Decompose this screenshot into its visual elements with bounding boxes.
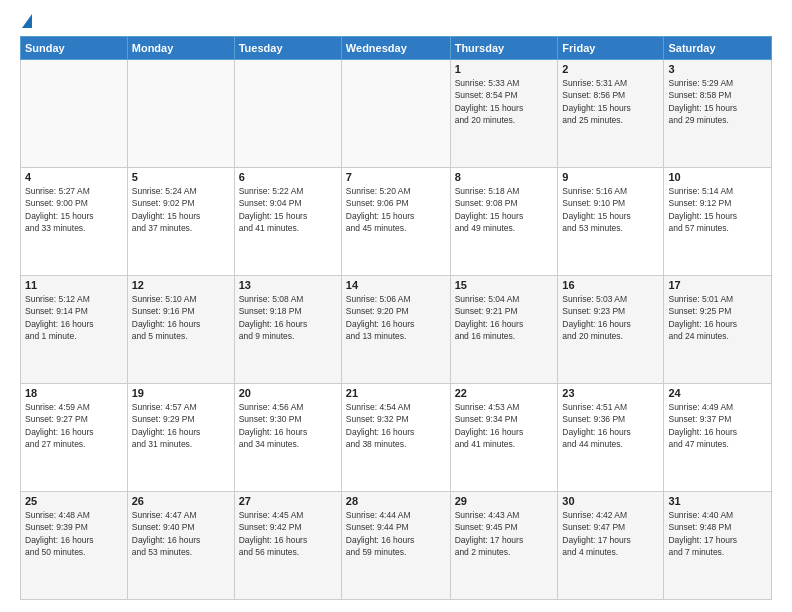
weekday-header-tuesday: Tuesday (234, 37, 341, 60)
calendar-cell: 23Sunrise: 4:51 AM Sunset: 9:36 PM Dayli… (558, 384, 664, 492)
calendar-cell: 20Sunrise: 4:56 AM Sunset: 9:30 PM Dayli… (234, 384, 341, 492)
calendar-cell: 25Sunrise: 4:48 AM Sunset: 9:39 PM Dayli… (21, 492, 128, 600)
day-number: 26 (132, 495, 230, 507)
week-row-3: 11Sunrise: 5:12 AM Sunset: 9:14 PM Dayli… (21, 276, 772, 384)
day-number: 21 (346, 387, 446, 399)
week-row-1: 1Sunrise: 5:33 AM Sunset: 8:54 PM Daylig… (21, 60, 772, 168)
calendar-cell: 11Sunrise: 5:12 AM Sunset: 9:14 PM Dayli… (21, 276, 128, 384)
day-info: Sunrise: 5:14 AM Sunset: 9:12 PM Dayligh… (668, 185, 767, 234)
day-number: 19 (132, 387, 230, 399)
day-number: 29 (455, 495, 554, 507)
header (20, 18, 772, 28)
calendar-cell: 13Sunrise: 5:08 AM Sunset: 9:18 PM Dayli… (234, 276, 341, 384)
day-info: Sunrise: 4:48 AM Sunset: 9:39 PM Dayligh… (25, 509, 123, 558)
calendar-cell (341, 60, 450, 168)
day-number: 24 (668, 387, 767, 399)
day-number: 17 (668, 279, 767, 291)
day-info: Sunrise: 5:18 AM Sunset: 9:08 PM Dayligh… (455, 185, 554, 234)
calendar-cell: 8Sunrise: 5:18 AM Sunset: 9:08 PM Daylig… (450, 168, 558, 276)
day-number: 1 (455, 63, 554, 75)
calendar-cell: 16Sunrise: 5:03 AM Sunset: 9:23 PM Dayli… (558, 276, 664, 384)
day-number: 4 (25, 171, 123, 183)
week-row-4: 18Sunrise: 4:59 AM Sunset: 9:27 PM Dayli… (21, 384, 772, 492)
day-number: 9 (562, 171, 659, 183)
weekday-header-thursday: Thursday (450, 37, 558, 60)
day-info: Sunrise: 5:24 AM Sunset: 9:02 PM Dayligh… (132, 185, 230, 234)
day-number: 8 (455, 171, 554, 183)
day-number: 5 (132, 171, 230, 183)
day-info: Sunrise: 5:29 AM Sunset: 8:58 PM Dayligh… (668, 77, 767, 126)
calendar-cell: 4Sunrise: 5:27 AM Sunset: 9:00 PM Daylig… (21, 168, 128, 276)
calendar-cell: 26Sunrise: 4:47 AM Sunset: 9:40 PM Dayli… (127, 492, 234, 600)
day-info: Sunrise: 5:06 AM Sunset: 9:20 PM Dayligh… (346, 293, 446, 342)
day-info: Sunrise: 5:27 AM Sunset: 9:00 PM Dayligh… (25, 185, 123, 234)
day-number: 16 (562, 279, 659, 291)
day-number: 31 (668, 495, 767, 507)
calendar-cell: 10Sunrise: 5:14 AM Sunset: 9:12 PM Dayli… (664, 168, 772, 276)
day-info: Sunrise: 5:01 AM Sunset: 9:25 PM Dayligh… (668, 293, 767, 342)
day-number: 30 (562, 495, 659, 507)
weekday-header-wednesday: Wednesday (341, 37, 450, 60)
day-info: Sunrise: 5:20 AM Sunset: 9:06 PM Dayligh… (346, 185, 446, 234)
day-info: Sunrise: 4:42 AM Sunset: 9:47 PM Dayligh… (562, 509, 659, 558)
day-info: Sunrise: 4:56 AM Sunset: 9:30 PM Dayligh… (239, 401, 337, 450)
day-number: 2 (562, 63, 659, 75)
calendar-cell: 7Sunrise: 5:20 AM Sunset: 9:06 PM Daylig… (341, 168, 450, 276)
day-number: 10 (668, 171, 767, 183)
calendar-cell: 15Sunrise: 5:04 AM Sunset: 9:21 PM Dayli… (450, 276, 558, 384)
calendar-cell: 19Sunrise: 4:57 AM Sunset: 9:29 PM Dayli… (127, 384, 234, 492)
day-info: Sunrise: 4:54 AM Sunset: 9:32 PM Dayligh… (346, 401, 446, 450)
day-info: Sunrise: 4:57 AM Sunset: 9:29 PM Dayligh… (132, 401, 230, 450)
calendar-cell: 27Sunrise: 4:45 AM Sunset: 9:42 PM Dayli… (234, 492, 341, 600)
logo (20, 18, 32, 28)
week-row-5: 25Sunrise: 4:48 AM Sunset: 9:39 PM Dayli… (21, 492, 772, 600)
weekday-header-saturday: Saturday (664, 37, 772, 60)
day-number: 25 (25, 495, 123, 507)
calendar-cell: 18Sunrise: 4:59 AM Sunset: 9:27 PM Dayli… (21, 384, 128, 492)
calendar-cell: 28Sunrise: 4:44 AM Sunset: 9:44 PM Dayli… (341, 492, 450, 600)
calendar-cell: 2Sunrise: 5:31 AM Sunset: 8:56 PM Daylig… (558, 60, 664, 168)
weekday-header-friday: Friday (558, 37, 664, 60)
calendar-cell: 21Sunrise: 4:54 AM Sunset: 9:32 PM Dayli… (341, 384, 450, 492)
calendar-cell: 3Sunrise: 5:29 AM Sunset: 8:58 PM Daylig… (664, 60, 772, 168)
day-info: Sunrise: 4:44 AM Sunset: 9:44 PM Dayligh… (346, 509, 446, 558)
day-number: 18 (25, 387, 123, 399)
day-info: Sunrise: 4:43 AM Sunset: 9:45 PM Dayligh… (455, 509, 554, 558)
day-info: Sunrise: 4:47 AM Sunset: 9:40 PM Dayligh… (132, 509, 230, 558)
calendar-cell: 6Sunrise: 5:22 AM Sunset: 9:04 PM Daylig… (234, 168, 341, 276)
day-info: Sunrise: 5:16 AM Sunset: 9:10 PM Dayligh… (562, 185, 659, 234)
day-number: 14 (346, 279, 446, 291)
day-number: 11 (25, 279, 123, 291)
day-number: 12 (132, 279, 230, 291)
day-info: Sunrise: 5:10 AM Sunset: 9:16 PM Dayligh… (132, 293, 230, 342)
calendar-cell: 31Sunrise: 4:40 AM Sunset: 9:48 PM Dayli… (664, 492, 772, 600)
day-info: Sunrise: 4:49 AM Sunset: 9:37 PM Dayligh… (668, 401, 767, 450)
week-row-2: 4Sunrise: 5:27 AM Sunset: 9:00 PM Daylig… (21, 168, 772, 276)
day-info: Sunrise: 5:22 AM Sunset: 9:04 PM Dayligh… (239, 185, 337, 234)
day-info: Sunrise: 5:31 AM Sunset: 8:56 PM Dayligh… (562, 77, 659, 126)
day-number: 13 (239, 279, 337, 291)
day-info: Sunrise: 4:59 AM Sunset: 9:27 PM Dayligh… (25, 401, 123, 450)
day-info: Sunrise: 5:04 AM Sunset: 9:21 PM Dayligh… (455, 293, 554, 342)
calendar-page: SundayMondayTuesdayWednesdayThursdayFrid… (0, 0, 792, 612)
calendar-cell: 5Sunrise: 5:24 AM Sunset: 9:02 PM Daylig… (127, 168, 234, 276)
day-info: Sunrise: 5:12 AM Sunset: 9:14 PM Dayligh… (25, 293, 123, 342)
day-info: Sunrise: 4:51 AM Sunset: 9:36 PM Dayligh… (562, 401, 659, 450)
calendar-cell: 24Sunrise: 4:49 AM Sunset: 9:37 PM Dayli… (664, 384, 772, 492)
calendar-cell: 22Sunrise: 4:53 AM Sunset: 9:34 PM Dayli… (450, 384, 558, 492)
calendar-cell: 14Sunrise: 5:06 AM Sunset: 9:20 PM Dayli… (341, 276, 450, 384)
day-info: Sunrise: 4:40 AM Sunset: 9:48 PM Dayligh… (668, 509, 767, 558)
calendar-cell: 29Sunrise: 4:43 AM Sunset: 9:45 PM Dayli… (450, 492, 558, 600)
day-number: 20 (239, 387, 337, 399)
calendar-cell (127, 60, 234, 168)
day-info: Sunrise: 4:53 AM Sunset: 9:34 PM Dayligh… (455, 401, 554, 450)
calendar-cell: 17Sunrise: 5:01 AM Sunset: 9:25 PM Dayli… (664, 276, 772, 384)
calendar-cell (21, 60, 128, 168)
day-number: 22 (455, 387, 554, 399)
day-number: 27 (239, 495, 337, 507)
weekday-header-monday: Monday (127, 37, 234, 60)
calendar-table: SundayMondayTuesdayWednesdayThursdayFrid… (20, 36, 772, 600)
day-info: Sunrise: 5:03 AM Sunset: 9:23 PM Dayligh… (562, 293, 659, 342)
day-number: 23 (562, 387, 659, 399)
calendar-cell: 12Sunrise: 5:10 AM Sunset: 9:16 PM Dayli… (127, 276, 234, 384)
